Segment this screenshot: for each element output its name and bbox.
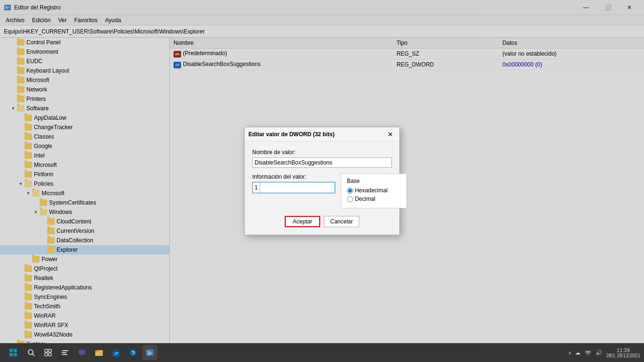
dialog-footer: Aceptar Cancelar xyxy=(245,216,399,235)
value-box: 1 xyxy=(252,182,335,193)
dec-radio-row: Decimal xyxy=(347,196,401,202)
accept-button[interactable]: Aceptar xyxy=(285,216,320,227)
name-label: Nombre de valor: xyxy=(252,149,392,156)
info-label: Información del valor: xyxy=(252,173,335,180)
dialog-row: Información del valor: 1 Base Hexadecima… xyxy=(252,173,392,208)
hex-radio-row: Hexadecimal xyxy=(347,187,401,194)
hex-label: Hexadecimal xyxy=(355,187,388,194)
value-section: Información del valor: 1 xyxy=(252,173,335,193)
dialog-close-button[interactable]: ✕ xyxy=(385,129,396,140)
dialog-overlay: Editar valor de DWORD (32 bits) ✕ Nombre… xyxy=(0,0,644,362)
dialog-titlebar: Editar valor de DWORD (32 bits) ✕ xyxy=(245,127,399,141)
edit-dword-dialog: Editar valor de DWORD (32 bits) ✕ Nombre… xyxy=(244,127,400,235)
cancel-button[interactable]: Cancelar xyxy=(324,216,359,227)
name-input[interactable] xyxy=(252,157,392,168)
dialog-title: Editar valor de DWORD (32 bits) xyxy=(248,131,385,138)
dec-label: Decimal xyxy=(355,196,375,202)
dec-radio[interactable] xyxy=(347,196,353,202)
base-section: Base Hexadecimal Decimal xyxy=(341,173,407,208)
dialog-body: Nombre de valor: Información del valor: … xyxy=(245,141,399,216)
base-title: Base xyxy=(347,178,401,184)
value-prefix: 1 xyxy=(253,182,260,193)
value-input[interactable] xyxy=(260,182,335,193)
hex-radio[interactable] xyxy=(347,188,353,194)
